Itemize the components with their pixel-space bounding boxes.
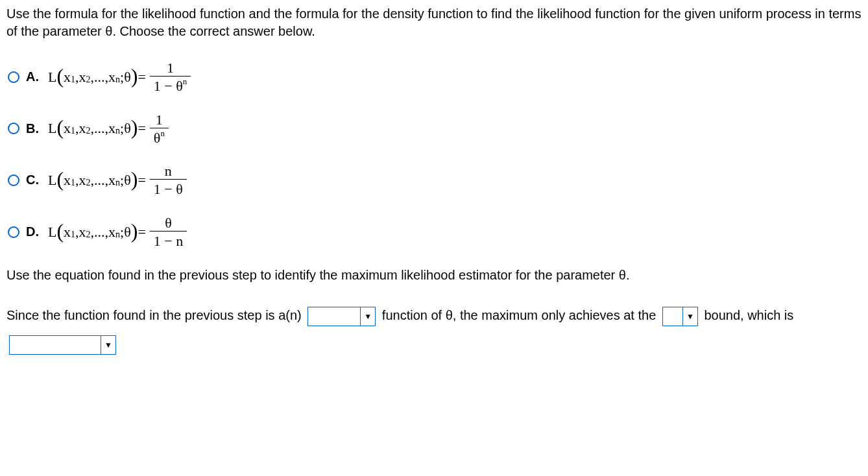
fill-part3: bound, which is — [704, 308, 793, 322]
option-a[interactable]: A. L(x1,x2,...,xn;θ) = 1 1 − θn — [8, 60, 862, 95]
fill-part1: Since the function found in the previous… — [6, 308, 305, 322]
dropdown-bound-type[interactable]: ▼ — [662, 307, 698, 326]
dropdown-function-type[interactable]: ▼ — [307, 307, 376, 326]
option-letter: C. — [26, 173, 39, 187]
formula-c: L(x1,x2,...,xn;θ) = n 1 − θ — [48, 163, 191, 198]
option-letter: D. — [26, 224, 39, 239]
option-b[interactable]: B. L(x1,x2,...,xn;θ) = 1 θn — [8, 112, 862, 147]
follow-up-text: Use the equation found in the previous s… — [6, 266, 862, 284]
radio-d[interactable] — [8, 226, 19, 238]
dropdown-bound-value[interactable]: ▼ — [9, 335, 116, 355]
formula-d: L(x1,x2,...,xn;θ) = θ 1 − n — [48, 215, 191, 250]
option-c[interactable]: C. L(x1,x2,...,xn;θ) = n 1 − θ — [8, 163, 862, 198]
chevron-down-icon: ▼ — [360, 307, 375, 326]
radio-c[interactable] — [8, 174, 19, 186]
formula-a: L(x1,x2,...,xn;θ) = 1 1 − θn — [48, 60, 195, 95]
option-d[interactable]: D. L(x1,x2,...,xn;θ) = θ 1 − n — [8, 215, 862, 250]
question-text: Use the formula for the likelihood funct… — [6, 5, 862, 40]
formula-b: L(x1,x2,...,xn;θ) = 1 θn — [48, 112, 173, 147]
chevron-down-icon: ▼ — [101, 336, 115, 354]
chevron-down-icon: ▼ — [682, 307, 697, 326]
fill-in-sentence: Since the function found in the previous… — [6, 301, 862, 358]
options-group: A. L(x1,x2,...,xn;θ) = 1 1 − θn B. L(x1,… — [8, 60, 862, 249]
radio-b[interactable] — [8, 123, 19, 134]
option-letter: B. — [26, 121, 39, 136]
option-letter: A. — [26, 69, 39, 84]
radio-a[interactable] — [8, 71, 19, 83]
fill-part2: function of θ, the maximum only achieves… — [382, 308, 660, 322]
